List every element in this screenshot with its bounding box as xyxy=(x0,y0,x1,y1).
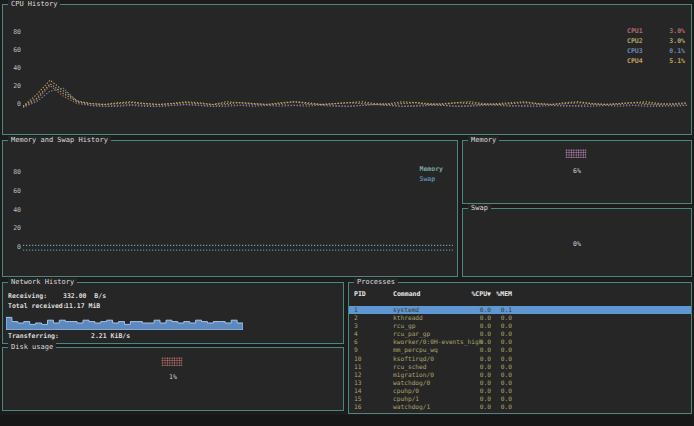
cell-cmd: rcu_sched xyxy=(393,363,427,371)
cell-pid: 12 xyxy=(354,371,361,379)
receiving-value: 332.00 B/s xyxy=(63,292,106,300)
cell-mem: 0.0 xyxy=(476,403,512,411)
cell-cmd: systemd xyxy=(393,306,419,314)
cell-mem: 0.0 xyxy=(476,322,512,330)
memswap-ytick-20: 20 xyxy=(7,225,21,232)
cell-mem: 0.0 xyxy=(476,363,512,371)
network-history-title: Network History xyxy=(8,278,77,287)
cell-pid: 11 xyxy=(354,363,361,371)
network-receive-graph xyxy=(6,313,243,330)
table-row[interactable]: 3rcu_gp0.00.0 xyxy=(349,322,691,330)
cpu-history-panel: CPU History 80 60 40 20 0 CPU13.0%CPU23.… xyxy=(2,4,692,135)
cell-cmd: cpuhp/0 xyxy=(393,387,419,395)
cell-cmd: rcu_par_gp xyxy=(393,330,430,338)
cpu-legend-item: CPU45.1% xyxy=(627,56,685,66)
memory-swap-legend: MemorySwap xyxy=(420,164,443,184)
table-row[interactable]: 14cpuhp/00.00.0 xyxy=(349,387,691,395)
processes-title: Processes xyxy=(354,278,398,287)
process-table-header: PID Command %CPU▼ %MEM xyxy=(349,290,691,299)
cell-pid: 4 xyxy=(354,330,358,338)
receiving-label: Receiving: xyxy=(8,292,47,300)
cell-cmd: watchdog/1 xyxy=(393,403,430,411)
memory-gauge-value: 6% xyxy=(463,167,691,175)
cell-cmd: migration/0 xyxy=(393,371,434,379)
table-row[interactable]: 15cpuhp/10.00.0 xyxy=(349,395,691,403)
cpu-legend: CPU13.0%CPU23.0%CPU30.1%CPU45.1% xyxy=(627,26,685,66)
cell-mem: 0.0 xyxy=(476,355,512,363)
cell-pid: 6 xyxy=(354,338,358,346)
disk-usage-panel: Disk usage 1% xyxy=(2,347,344,411)
disk-usage-dots xyxy=(161,357,182,366)
table-row[interactable]: 1systemd0.00.1 xyxy=(349,306,691,314)
memswap-ytick-80: 80 xyxy=(7,169,21,176)
memswap-legend-item: Swap xyxy=(420,174,443,184)
cell-mem: 0.1 xyxy=(476,306,512,314)
cell-cmd: kthreadd xyxy=(393,314,423,322)
cell-mem: 0.0 xyxy=(476,371,512,379)
table-row[interactable]: 9mm_percpu_wq0.00.0 xyxy=(349,346,691,354)
table-row[interactable]: 11rcu_sched0.00.0 xyxy=(349,363,691,371)
memory-gauge-panel: Memory 6% xyxy=(462,140,692,204)
header-pid[interactable]: PID xyxy=(354,290,366,299)
bottom-margin xyxy=(0,415,694,426)
cpu-legend-item: CPU30.1% xyxy=(627,46,685,56)
cell-pid: 15 xyxy=(354,395,361,403)
table-row[interactable]: 2kthreadd0.00.0 xyxy=(349,314,691,322)
cell-mem: 0.0 xyxy=(476,346,512,354)
processes-panel: Processes PID Command %CPU▼ %MEM 1system… xyxy=(348,282,692,414)
header-command[interactable]: Command xyxy=(393,290,420,299)
cell-cmd: ksoftirqd/0 xyxy=(393,355,434,363)
memory-gauge-title: Memory xyxy=(468,136,499,145)
swap-gauge-panel: Swap 0% xyxy=(462,208,692,277)
cell-cmd: mm_percpu_wq xyxy=(393,346,438,354)
memswap-ytick-60: 60 xyxy=(7,188,21,195)
memswap-legend-item: Memory xyxy=(420,164,443,174)
memory-swap-chart xyxy=(23,149,453,261)
disk-usage-title: Disk usage xyxy=(8,343,56,352)
table-row[interactable]: 10ksoftirqd/00.00.0 xyxy=(349,355,691,363)
table-row[interactable]: 12migration/00.00.0 xyxy=(349,371,691,379)
cpu-legend-item: CPU23.0% xyxy=(627,36,685,46)
cpu-ytick-20: 20 xyxy=(7,83,21,90)
cpu-ytick-0: 0 xyxy=(7,101,21,108)
network-history-panel: Network History Receiving: 332.00 B/s To… xyxy=(2,282,344,344)
cpu-ytick-40: 40 xyxy=(7,65,21,72)
swap-gauge-title: Swap xyxy=(468,204,491,213)
cell-mem: 0.0 xyxy=(476,338,512,346)
transferring-label: Transferring: xyxy=(8,332,59,340)
cell-pid: 16 xyxy=(354,403,361,411)
cpu-ytick-80: 80 xyxy=(7,29,21,36)
cell-mem: 0.0 xyxy=(476,387,512,395)
memory-gauge-dots xyxy=(565,149,586,158)
memswap-ytick-0: 0 xyxy=(7,244,21,251)
cell-cmd: watchdog/0 xyxy=(393,379,430,387)
cpu-history-title: CPU History xyxy=(8,0,60,9)
cell-cmd: cpuhp/1 xyxy=(393,395,419,403)
transferring-value: 2.21 KiB/s xyxy=(91,332,130,340)
table-row[interactable]: 16watchdog/10.00.0 xyxy=(349,403,691,411)
process-rows: 1systemd0.00.12kthreadd0.00.03rcu_gp0.00… xyxy=(349,306,691,411)
cell-mem: 0.0 xyxy=(476,314,512,322)
cpu-ytick-60: 60 xyxy=(7,47,21,54)
cell-pid: 13 xyxy=(354,379,361,387)
cell-mem: 0.0 xyxy=(476,330,512,338)
cell-pid: 10 xyxy=(354,355,361,363)
cell-pid: 3 xyxy=(354,322,358,330)
total-received-label: Total received: xyxy=(8,302,67,310)
cell-cmd: rcu_gp xyxy=(393,322,415,330)
cell-mem: 0.0 xyxy=(476,379,512,387)
swap-gauge-value: 0% xyxy=(463,240,691,248)
cell-pid: 14 xyxy=(354,387,361,395)
total-received-value: 11.17 MiB xyxy=(65,302,100,310)
table-row[interactable]: 6kworker/0:0H-events_high0.00.0 xyxy=(349,338,691,346)
memswap-ytick-40: 40 xyxy=(7,207,21,214)
table-row[interactable]: 4rcu_par_gp0.00.0 xyxy=(349,330,691,338)
cpu-legend-item: CPU13.0% xyxy=(627,26,685,36)
disk-usage-value: 1% xyxy=(3,373,343,381)
cell-pid: 2 xyxy=(354,314,358,322)
memory-swap-history-title: Memory and Swap History xyxy=(8,136,111,145)
table-row[interactable]: 13watchdog/00.00.0 xyxy=(349,379,691,387)
cell-pid: 1 xyxy=(354,306,358,314)
cell-pid: 9 xyxy=(354,346,358,354)
header-mem[interactable]: %MEM xyxy=(476,290,512,299)
